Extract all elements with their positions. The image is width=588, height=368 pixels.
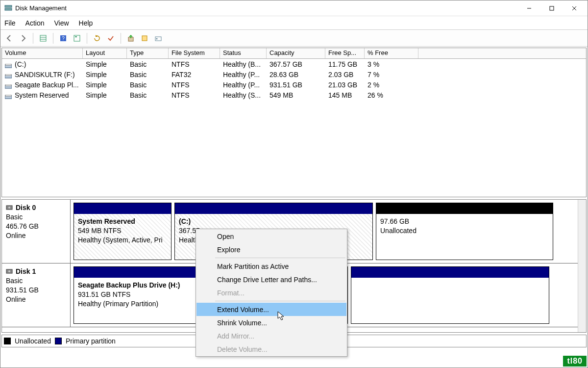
cell-type: Basic: [127, 71, 169, 79]
disk-label: Disk 0: [16, 204, 36, 211]
disk-label: Disk 1: [16, 267, 36, 275]
col-type[interactable]: Type: [127, 48, 169, 58]
cell-freespace: 11.75 GB: [325, 60, 365, 68]
cell-filesystem: FAT32: [169, 71, 220, 79]
svg-text:?: ?: [62, 36, 65, 41]
cell-type: Basic: [127, 91, 169, 99]
action-button-3[interactable]: [152, 32, 164, 44]
cell-volume: System Reserved: [15, 91, 69, 99]
volume-table: Volume Layout Type File System Status Ca…: [1, 48, 587, 197]
table-row[interactable]: SANDISKULTR (F:)SimpleBasicFAT32Healthy …: [2, 69, 586, 79]
table-row[interactable]: System ReservedSimpleBasicNTFSHealthy (S…: [2, 90, 586, 100]
context-menu: Open Explore Mark Partition as Active Ch…: [196, 229, 347, 357]
disk-info[interactable]: Disk 1Basic931.51 GBOnline: [2, 263, 71, 327]
ctx-change-letter[interactable]: Change Drive Letter and Paths...: [196, 273, 346, 286]
menu-help[interactable]: Help: [79, 19, 93, 27]
disk-info[interactable]: Disk 0Basic465.76 GBOnline: [2, 200, 71, 263]
col-layout[interactable]: Layout: [83, 48, 127, 58]
toolbar-separator: [33, 33, 33, 44]
show-hide-console-tree-button[interactable]: [37, 32, 49, 44]
disk-type: Basic: [6, 212, 66, 222]
cell-layout: Simple: [83, 71, 127, 79]
cell-freespace: 2.03 GB: [325, 71, 365, 79]
maximize-button[interactable]: [540, 0, 563, 16]
cell-freespace: 145 MB: [325, 91, 365, 99]
toolbar-separator: [87, 33, 87, 44]
help-button[interactable]: ?: [57, 32, 69, 44]
col-filesystem[interactable]: File System: [169, 48, 220, 58]
cell-pctfree: 3 %: [365, 60, 418, 68]
properties-button[interactable]: [71, 32, 83, 44]
svg-rect-24: [5, 95, 11, 96]
svg-rect-22: [5, 84, 11, 86]
cell-capacity: 28.63 GB: [267, 71, 325, 79]
svg-rect-18: [5, 64, 11, 65]
minimize-button[interactable]: [518, 0, 540, 16]
col-status[interactable]: Status: [220, 48, 267, 58]
vertical-scrollbar[interactable]: [578, 200, 586, 332]
volume-icon: [5, 62, 12, 67]
commit-button[interactable]: [105, 32, 117, 44]
disk-status: Online: [6, 295, 66, 304]
back-button[interactable]: [3, 32, 15, 44]
menu-action[interactable]: Action: [25, 19, 45, 27]
ctx-open[interactable]: Open: [196, 230, 346, 243]
svg-rect-0: [5, 5, 12, 7]
watermark: tl80: [563, 356, 587, 367]
cell-status: Healthy (P...: [220, 71, 267, 79]
cell-capacity: 549 MB: [267, 91, 325, 99]
cursor-icon: [277, 311, 285, 321]
svg-rect-12: [75, 36, 77, 37]
svg-point-16: [156, 38, 158, 39]
cell-type: Basic: [127, 60, 169, 68]
cell-status: Healthy (B...: [220, 60, 267, 68]
partition-title: System Reserved: [78, 217, 167, 226]
close-button[interactable]: [563, 0, 586, 16]
partition[interactable]: [351, 266, 549, 324]
cell-pctfree: 7 %: [365, 71, 418, 79]
partition-line3: Healthy (System, Active, Pri: [78, 236, 167, 245]
ctx-add-mirror[interactable]: Add Mirror...: [196, 329, 346, 342]
forward-button[interactable]: [17, 32, 29, 44]
svg-rect-3: [550, 6, 554, 10]
ctx-shrink-volume[interactable]: Shrink Volume...: [196, 316, 346, 329]
cell-layout: Simple: [83, 60, 127, 68]
swatch-unallocated: [4, 338, 11, 344]
svg-rect-1: [5, 8, 12, 10]
refresh-button[interactable]: [91, 32, 103, 44]
action-button-1[interactable]: [125, 32, 137, 44]
col-pctfree[interactable]: % Free: [365, 48, 418, 58]
col-volume[interactable]: Volume: [2, 48, 83, 58]
cell-volume: SANDISKULTR (F:): [15, 71, 75, 79]
ctx-explore[interactable]: Explore: [196, 243, 346, 256]
app-icon: [4, 4, 12, 12]
table-row[interactable]: Seagate Backup Pl...SimpleBasicNTFSHealt…: [2, 79, 586, 90]
cell-freespace: 21.03 GB: [325, 81, 365, 89]
svg-rect-11: [74, 35, 80, 41]
menu-bar: File Action View Help: [0, 16, 588, 30]
table-header: Volume Layout Type File System Status Ca…: [2, 48, 586, 59]
cell-capacity: 367.57 GB: [267, 60, 325, 68]
col-freespace[interactable]: Free Sp...: [325, 48, 365, 58]
partition[interactable]: 97.66 GBUnallocated: [376, 203, 553, 260]
col-capacity[interactable]: Capacity: [267, 48, 325, 58]
toolbar-separator: [53, 33, 53, 44]
ctx-extend-volume[interactable]: Extend Volume...: [196, 303, 346, 316]
cell-volume: (C:): [15, 60, 26, 68]
disk-icon: [6, 268, 13, 275]
partition[interactable]: System Reserved549 MB NTFSHealthy (Syste…: [74, 203, 172, 260]
toolbar-separator: [121, 33, 121, 44]
title-bar: Disk Management: [0, 0, 588, 16]
menu-file[interactable]: File: [4, 19, 16, 27]
svg-rect-14: [142, 36, 147, 41]
action-button-2[interactable]: [139, 32, 150, 44]
table-row[interactable]: (C:)SimpleBasicNTFSHealthy (B...367.57 G…: [2, 59, 586, 69]
legend-unallocated: Unallocated: [15, 337, 51, 345]
ctx-mark-active[interactable]: Mark Partition as Active: [196, 260, 346, 273]
cell-volume: Seagate Backup Pl...: [15, 81, 79, 89]
ctx-delete-volume[interactable]: Delete Volume...: [196, 342, 346, 356]
menu-view[interactable]: View: [54, 19, 69, 27]
ctx-format[interactable]: Format...: [196, 286, 346, 299]
cell-layout: Simple: [83, 91, 127, 99]
context-separator: [215, 258, 345, 258]
